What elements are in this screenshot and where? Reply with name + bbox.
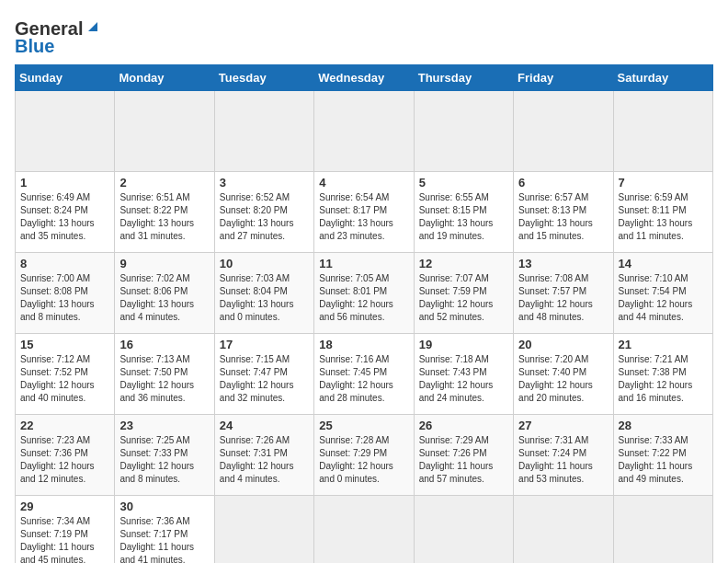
day-number: 2 [119,176,209,190]
calendar-cell: 24Sunrise: 7:26 AMSunset: 7:31 PMDayligh… [214,415,313,496]
cell-text: Sunrise: 7:07 AMSunset: 7:59 PMDaylight:… [419,273,494,322]
cell-text: Sunrise: 7:15 AMSunset: 7:47 PMDaylight:… [220,354,294,403]
calendar-week-row: 1Sunrise: 6:49 AMSunset: 8:24 PMDaylight… [16,172,713,253]
cell-text: Sunrise: 7:08 AMSunset: 7:57 PMDaylight:… [518,273,593,322]
cell-text: Sunrise: 7:02 AMSunset: 8:06 PMDaylight:… [119,273,194,322]
logo-blue: Blue [15,36,54,57]
day-number: 16 [119,338,209,351]
day-number: 5 [419,176,508,190]
cell-text: Sunrise: 6:59 AMSunset: 8:11 PMDaylight:… [619,192,693,241]
svg-marker-0 [88,22,97,31]
calendar-cell: 17Sunrise: 7:15 AMSunset: 7:47 PMDayligh… [214,334,313,415]
cell-text: Sunrise: 7:29 AMSunset: 7:26 PMDaylight:… [419,435,494,484]
cell-text: Sunrise: 7:23 AMSunset: 7:36 PMDaylight:… [20,435,95,484]
weekday-header-sunday: Sunday [16,65,115,91]
calendar-cell: 7Sunrise: 6:59 AMSunset: 8:11 PMDaylight… [613,172,712,253]
calendar-cell [414,91,513,172]
cell-text: Sunrise: 6:52 AMSunset: 8:20 PMDaylight:… [220,192,294,241]
cell-text: Sunrise: 7:28 AMSunset: 7:29 PMDaylight:… [319,435,393,484]
calendar-week-row: 22Sunrise: 7:23 AMSunset: 7:36 PMDayligh… [16,415,713,496]
day-number: 4 [319,176,408,190]
calendar-cell: 23Sunrise: 7:25 AMSunset: 7:33 PMDayligh… [115,415,214,496]
calendar-cell: 11Sunrise: 7:05 AMSunset: 8:01 PMDayligh… [314,253,414,334]
cell-text: Sunrise: 7:10 AMSunset: 7:54 PMDaylight:… [619,273,693,322]
calendar-cell [16,91,115,172]
cell-text: Sunrise: 7:12 AMSunset: 7:52 PMDaylight:… [20,354,95,403]
calendar-week-row: 8Sunrise: 7:00 AMSunset: 8:08 PMDaylight… [16,253,713,334]
calendar-cell: 6Sunrise: 6:57 AMSunset: 8:13 PMDaylight… [514,172,613,253]
cell-text: Sunrise: 6:57 AMSunset: 8:13 PMDaylight:… [518,192,593,241]
calendar-cell [214,91,313,172]
calendar-cell: 1Sunrise: 6:49 AMSunset: 8:24 PMDaylight… [16,172,115,253]
logo-arrow-icon [85,18,101,35]
calendar-cell: 27Sunrise: 7:31 AMSunset: 7:24 PMDayligh… [514,415,613,496]
weekday-header-saturday: Saturday [613,65,712,91]
calendar-cell [613,496,712,564]
calendar-cell [514,91,613,172]
calendar-cell: 4Sunrise: 6:54 AMSunset: 8:17 PMDaylight… [314,172,414,253]
day-number: 12 [419,257,508,270]
calendar-cell [414,496,513,564]
calendar-cell: 15Sunrise: 7:12 AMSunset: 7:52 PMDayligh… [16,334,115,415]
day-number: 1 [20,176,109,190]
cell-text: Sunrise: 7:36 AMSunset: 7:17 PMDaylight:… [119,516,194,563]
day-number: 9 [119,257,209,270]
day-number: 23 [119,419,209,432]
day-number: 8 [20,257,109,270]
cell-text: Sunrise: 7:13 AMSunset: 7:50 PMDaylight:… [119,354,194,403]
day-number: 27 [518,419,608,432]
day-number: 19 [419,338,508,351]
calendar-week-row [16,91,713,172]
calendar-cell: 9Sunrise: 7:02 AMSunset: 8:06 PMDaylight… [115,253,214,334]
day-number: 7 [619,176,708,190]
cell-text: Sunrise: 7:16 AMSunset: 7:45 PMDaylight:… [319,354,393,403]
calendar-cell: 13Sunrise: 7:08 AMSunset: 7:57 PMDayligh… [514,253,613,334]
day-number: 25 [319,419,408,432]
cell-text: Sunrise: 7:33 AMSunset: 7:22 PMDaylight:… [619,435,693,484]
logo: General Blue [15,18,101,57]
day-number: 28 [619,419,708,432]
day-number: 14 [619,257,708,270]
calendar-cell [514,496,613,564]
calendar-cell: 26Sunrise: 7:29 AMSunset: 7:26 PMDayligh… [414,415,513,496]
day-number: 10 [220,257,309,270]
cell-text: Sunrise: 7:25 AMSunset: 7:33 PMDaylight:… [119,435,194,484]
calendar-week-row: 15Sunrise: 7:12 AMSunset: 7:52 PMDayligh… [16,334,713,415]
calendar-cell: 12Sunrise: 7:07 AMSunset: 7:59 PMDayligh… [414,253,513,334]
calendar-cell [314,91,414,172]
cell-text: Sunrise: 6:49 AMSunset: 8:24 PMDaylight:… [20,192,95,241]
calendar-cell: 16Sunrise: 7:13 AMSunset: 7:50 PMDayligh… [115,334,214,415]
cell-text: Sunrise: 7:34 AMSunset: 7:19 PMDaylight:… [20,516,95,563]
calendar-cell [314,496,414,564]
day-number: 15 [20,338,109,351]
calendar-cell: 18Sunrise: 7:16 AMSunset: 7:45 PMDayligh… [314,334,414,415]
calendar-cell: 2Sunrise: 6:51 AMSunset: 8:22 PMDaylight… [115,172,214,253]
calendar-cell: 29Sunrise: 7:34 AMSunset: 7:19 PMDayligh… [16,496,115,564]
cell-text: Sunrise: 7:18 AMSunset: 7:43 PMDaylight:… [419,354,494,403]
weekday-header-friday: Friday [514,65,613,91]
calendar-week-row: 29Sunrise: 7:34 AMSunset: 7:19 PMDayligh… [16,496,713,564]
day-number: 26 [419,419,508,432]
weekday-header-wednesday: Wednesday [314,65,414,91]
calendar-table: SundayMondayTuesdayWednesdayThursdayFrid… [15,64,713,563]
cell-text: Sunrise: 6:55 AMSunset: 8:15 PMDaylight:… [419,192,494,241]
day-number: 6 [518,176,608,190]
calendar-cell: 5Sunrise: 6:55 AMSunset: 8:15 PMDaylight… [414,172,513,253]
calendar-cell: 3Sunrise: 6:52 AMSunset: 8:20 PMDaylight… [214,172,313,253]
calendar-cell: 22Sunrise: 7:23 AMSunset: 7:36 PMDayligh… [16,415,115,496]
cell-text: Sunrise: 6:51 AMSunset: 8:22 PMDaylight:… [119,192,194,241]
cell-text: Sunrise: 7:31 AMSunset: 7:24 PMDaylight:… [518,435,593,484]
calendar-header-row: SundayMondayTuesdayWednesdayThursdayFrid… [16,65,713,91]
calendar-cell: 28Sunrise: 7:33 AMSunset: 7:22 PMDayligh… [613,415,712,496]
calendar-cell: 19Sunrise: 7:18 AMSunset: 7:43 PMDayligh… [414,334,513,415]
day-number: 30 [119,500,209,513]
weekday-header-monday: Monday [115,65,214,91]
day-number: 17 [220,338,309,351]
calendar-cell: 25Sunrise: 7:28 AMSunset: 7:29 PMDayligh… [314,415,414,496]
cell-text: Sunrise: 7:05 AMSunset: 8:01 PMDaylight:… [319,273,393,322]
calendar-cell: 14Sunrise: 7:10 AMSunset: 7:54 PMDayligh… [613,253,712,334]
day-number: 24 [220,419,309,432]
cell-text: Sunrise: 7:26 AMSunset: 7:31 PMDaylight:… [220,435,294,484]
calendar-cell: 20Sunrise: 7:20 AMSunset: 7:40 PMDayligh… [514,334,613,415]
cell-text: Sunrise: 7:21 AMSunset: 7:38 PMDaylight:… [619,354,693,403]
